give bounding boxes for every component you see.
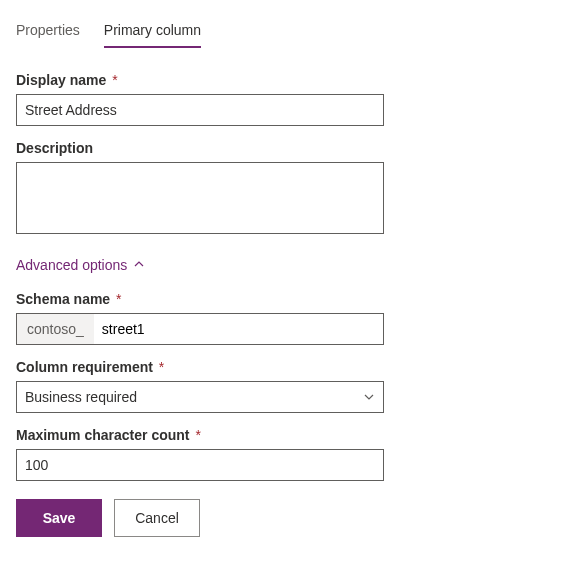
field-description: Description — [16, 140, 384, 237]
chevron-up-icon — [133, 257, 145, 273]
field-display-name: Display name * — [16, 72, 384, 126]
tab-primary-column[interactable]: Primary column — [104, 16, 201, 48]
label-text: Display name — [16, 72, 106, 88]
tab-properties[interactable]: Properties — [16, 16, 80, 48]
required-marker: * — [159, 359, 164, 375]
required-marker: * — [116, 291, 121, 307]
button-row: Save Cancel — [16, 499, 384, 537]
column-requirement-select[interactable]: Business required — [16, 381, 384, 413]
field-schema-name: Schema name * contoso_ — [16, 291, 384, 345]
schema-name-input-wrap: contoso_ — [16, 313, 384, 345]
save-button[interactable]: Save — [16, 499, 102, 537]
advanced-options-label: Advanced options — [16, 257, 127, 273]
required-marker: * — [195, 427, 200, 443]
field-max-char-count: Maximum character count * — [16, 427, 384, 481]
schema-name-input[interactable] — [94, 314, 383, 344]
schema-name-prefix: contoso_ — [17, 314, 94, 344]
max-char-count-input[interactable] — [16, 449, 384, 481]
display-name-label: Display name * — [16, 72, 384, 88]
label-text: Schema name — [16, 291, 110, 307]
schema-name-label: Schema name * — [16, 291, 384, 307]
description-input[interactable] — [16, 162, 384, 234]
chevron-down-icon — [363, 391, 375, 403]
field-column-requirement: Column requirement * Business required — [16, 359, 384, 413]
cancel-button[interactable]: Cancel — [114, 499, 200, 537]
label-text: Maximum character count — [16, 427, 190, 443]
max-char-count-label: Maximum character count * — [16, 427, 384, 443]
description-label: Description — [16, 140, 384, 156]
required-marker: * — [112, 72, 117, 88]
label-text: Column requirement — [16, 359, 153, 375]
column-requirement-label: Column requirement * — [16, 359, 384, 375]
primary-column-form: Display name * Description Advanced opti… — [16, 72, 384, 537]
display-name-input[interactable] — [16, 94, 384, 126]
column-requirement-value: Business required — [25, 389, 137, 405]
advanced-options-toggle[interactable]: Advanced options — [16, 257, 145, 273]
tab-bar: Properties Primary column — [16, 16, 558, 48]
